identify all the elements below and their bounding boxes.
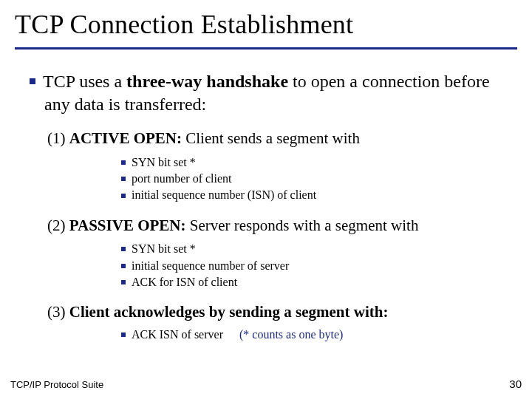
square-bullet-icon xyxy=(30,78,35,84)
list-item: initial sequence number of server xyxy=(121,258,517,274)
footer-text: TCP/IP Protocol Suite xyxy=(10,379,103,390)
list-item-text: ACK for ISN of client xyxy=(132,276,237,288)
step-1: (1) ACTIVE OPEN: Client sends a segment … xyxy=(15,129,517,148)
square-bullet-icon xyxy=(121,247,126,251)
list-item: initial sequence number (ISN) of client xyxy=(121,187,517,203)
list-item-text: initial sequence number (ISN) of client xyxy=(132,188,316,201)
intro-paragraph: TCP uses a three-way handshake to open a… xyxy=(16,70,517,115)
slide-title: TCP Connection Establishment xyxy=(15,9,517,40)
step-2-tail: Server responds with a segment with xyxy=(185,216,418,234)
step-2-num: (2) xyxy=(47,216,66,234)
step-2-head: PASSIVE OPEN: xyxy=(69,216,186,234)
list-item: SYN bit set * xyxy=(121,154,517,171)
list-item-text: initial sequence number of server xyxy=(132,259,289,272)
intro-bold: three-way handshake xyxy=(126,72,288,91)
step-1-num: (1) xyxy=(47,129,66,147)
list-item: ACK for ISN of client xyxy=(121,274,517,290)
list-item-text: port number of client xyxy=(132,172,232,185)
step-3-num: (3) xyxy=(47,303,66,321)
list-item: SYN bit set * xyxy=(121,241,517,257)
step-2-list: SYN bit set * initial sequence number of… xyxy=(15,241,517,290)
list-item-text: SYN bit set * xyxy=(132,242,196,255)
square-bullet-icon xyxy=(121,332,126,337)
square-bullet-icon xyxy=(121,264,126,268)
step-3: (3) Client acknowledges by sending a seg… xyxy=(15,302,517,321)
step-3-item: ACK ISN of server xyxy=(132,328,223,341)
step-3-list: ACK ISN of server(* counts as one byte) xyxy=(15,328,517,341)
step-1-tail: Client sends a segment with xyxy=(182,129,360,147)
square-bullet-icon xyxy=(121,194,126,198)
intro-pre: TCP uses a xyxy=(43,72,126,91)
square-bullet-icon xyxy=(121,160,126,165)
page-number: 30 xyxy=(509,378,522,390)
step-1-list: SYN bit set * port number of client init… xyxy=(15,154,517,204)
square-bullet-icon xyxy=(121,280,126,284)
list-item-text: SYN bit set * xyxy=(132,156,196,168)
step-3-note: (* counts as one byte) xyxy=(239,328,343,341)
step-3-head: Client acknowledges by sending a segment… xyxy=(69,303,389,321)
step-1-head: ACTIVE OPEN: xyxy=(69,129,182,147)
step-2: (2) PASSIVE OPEN: Server responds with a… xyxy=(15,216,517,235)
title-underline xyxy=(15,47,517,50)
square-bullet-icon xyxy=(121,177,126,181)
list-item: port number of client xyxy=(121,171,517,187)
